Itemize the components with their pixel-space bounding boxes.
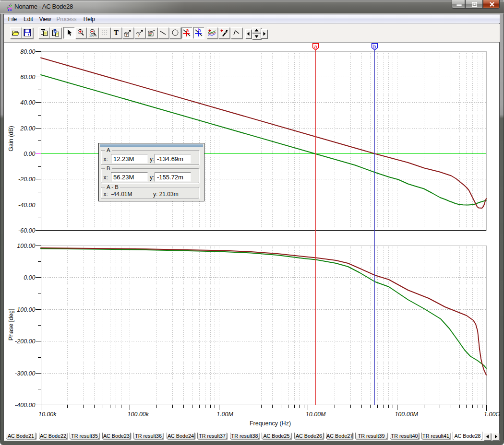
svg-text:40.00: 40.00 xyxy=(20,99,35,106)
svg-text:60.00: 60.00 xyxy=(20,74,35,81)
svg-text:-200.00: -200.00 xyxy=(15,338,35,345)
svg-text:80.00: 80.00 xyxy=(20,48,35,55)
svg-text:Phase [deg]: Phase [deg] xyxy=(8,309,14,341)
svg-text:0.00: 0.00 xyxy=(24,151,35,157)
svg-text:-400.00: -400.00 xyxy=(15,402,35,409)
svg-text:-100.00: -100.00 xyxy=(15,306,35,313)
svg-text:100.00k: 100.00k xyxy=(128,411,149,418)
svg-text:-20.00: -20.00 xyxy=(18,176,35,183)
svg-text:-60.00: -60.00 xyxy=(18,227,35,234)
svg-text:100.00: 100.00 xyxy=(17,243,35,249)
svg-text:10.00M: 10.00M xyxy=(306,411,326,418)
svg-text:a: a xyxy=(314,44,318,49)
svg-text:-300.00: -300.00 xyxy=(15,370,35,377)
svg-text:-40.00: -40.00 xyxy=(18,202,35,209)
svg-text:b: b xyxy=(373,44,376,49)
svg-text:Frequency (Hz): Frequency (Hz) xyxy=(250,420,291,427)
svg-text:1.00G: 1.00G xyxy=(484,411,500,418)
svg-text:0.00: 0.00 xyxy=(24,274,35,281)
svg-text:10.00k: 10.00k xyxy=(38,411,57,418)
svg-text:1.00M: 1.00M xyxy=(216,411,233,418)
svg-text:20.00: 20.00 xyxy=(20,125,35,132)
svg-text:Gain (dB): Gain (dB) xyxy=(8,126,14,152)
svg-text:100.00M: 100.00M xyxy=(395,411,418,418)
